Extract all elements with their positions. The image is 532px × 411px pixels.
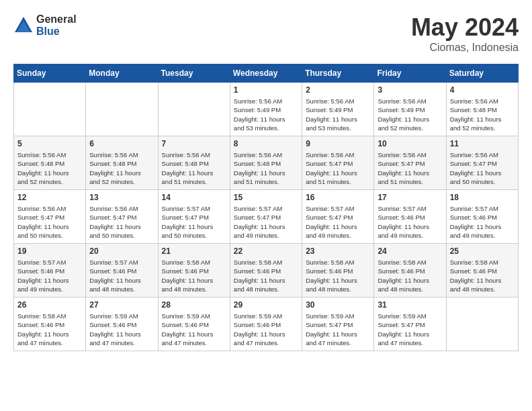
day-number: 12 [17,193,82,202]
page-header: General Blue May 2024 Ciomas, Indonesia [13,13,519,54]
day-number: 23 [306,246,370,256]
calendar-cell: 2Sunrise: 5:56 AM Sunset: 5:49 PM Daylig… [302,83,374,136]
calendar-cell: 8Sunrise: 5:56 AM Sunset: 5:48 PM Daylig… [230,136,302,190]
calendar-cell [446,298,518,351]
calendar-week-row: 19Sunrise: 5:57 AM Sunset: 5:46 PM Dayli… [14,244,519,298]
calendar-cell: 20Sunrise: 5:57 AM Sunset: 5:46 PM Dayli… [86,244,158,298]
weekday-header: Sunday [14,64,86,83]
day-number: 15 [234,193,298,202]
day-number: 21 [162,246,226,256]
location: Ciomas, Indonesia [411,42,519,54]
day-number: 26 [17,300,82,310]
day-info: Sunrise: 5:57 AM Sunset: 5:46 PM Dayligh… [450,204,515,240]
day-number: 9 [306,139,370,148]
calendar-cell [86,83,158,136]
day-number: 4 [450,85,515,95]
day-number: 5 [17,139,82,148]
logo: General Blue [13,13,77,37]
day-number: 13 [89,193,154,202]
calendar-table: SundayMondayTuesdayWednesdayThursdayFrid… [13,64,519,351]
calendar-cell: 16Sunrise: 5:57 AM Sunset: 5:47 PM Dayli… [302,190,374,244]
calendar-cell: 23Sunrise: 5:58 AM Sunset: 5:46 PM Dayli… [302,244,374,298]
day-number: 18 [450,193,515,202]
weekday-header: Thursday [302,64,374,83]
day-info: Sunrise: 5:58 AM Sunset: 5:46 PM Dayligh… [378,258,442,293]
calendar-cell: 1Sunrise: 5:56 AM Sunset: 5:49 PM Daylig… [230,83,302,136]
day-number: 11 [450,139,515,148]
day-info: Sunrise: 5:56 AM Sunset: 5:49 PM Dayligh… [378,97,442,132]
weekday-header: Saturday [446,64,518,83]
day-info: Sunrise: 5:56 AM Sunset: 5:49 PM Dayligh… [306,97,370,132]
day-number: 28 [162,300,226,310]
month-year: May 2024 [411,13,519,42]
calendar-week-row: 5Sunrise: 5:56 AM Sunset: 5:48 PM Daylig… [14,136,519,190]
title-block: May 2024 Ciomas, Indonesia [411,13,519,54]
calendar-cell: 15Sunrise: 5:57 AM Sunset: 5:47 PM Dayli… [230,190,302,244]
calendar-cell: 31Sunrise: 5:59 AM Sunset: 5:47 PM Dayli… [374,298,446,351]
calendar-cell: 21Sunrise: 5:58 AM Sunset: 5:46 PM Dayli… [158,244,230,298]
day-info: Sunrise: 5:57 AM Sunset: 5:46 PM Dayligh… [17,258,82,293]
day-info: Sunrise: 5:56 AM Sunset: 5:47 PM Dayligh… [378,150,442,186]
calendar-cell: 14Sunrise: 5:57 AM Sunset: 5:47 PM Dayli… [158,190,230,244]
calendar-cell: 13Sunrise: 5:56 AM Sunset: 5:47 PM Dayli… [86,190,158,244]
calendar-cell [14,83,86,136]
calendar-cell: 30Sunrise: 5:59 AM Sunset: 5:47 PM Dayli… [302,298,374,351]
day-number: 16 [306,193,370,202]
calendar-cell: 9Sunrise: 5:56 AM Sunset: 5:47 PM Daylig… [302,136,374,190]
day-number: 27 [89,300,154,310]
calendar-week-row: 12Sunrise: 5:56 AM Sunset: 5:47 PM Dayli… [14,190,519,244]
day-info: Sunrise: 5:57 AM Sunset: 5:47 PM Dayligh… [162,204,226,240]
day-info: Sunrise: 5:57 AM Sunset: 5:46 PM Dayligh… [89,258,154,293]
day-info: Sunrise: 5:56 AM Sunset: 5:47 PM Dayligh… [89,204,154,240]
logo-blue: Blue [36,26,77,38]
calendar-cell [158,83,230,136]
day-number: 19 [17,246,82,256]
day-number: 14 [162,193,226,202]
calendar-cell: 19Sunrise: 5:57 AM Sunset: 5:46 PM Dayli… [14,244,86,298]
calendar-week-row: 1Sunrise: 5:56 AM Sunset: 5:49 PM Daylig… [14,83,519,136]
day-info: Sunrise: 5:56 AM Sunset: 5:48 PM Dayligh… [89,150,154,186]
calendar-cell: 22Sunrise: 5:58 AM Sunset: 5:46 PM Dayli… [230,244,302,298]
weekday-header: Wednesday [230,64,302,83]
calendar-cell: 28Sunrise: 5:59 AM Sunset: 5:46 PM Dayli… [158,298,230,351]
day-number: 20 [89,246,154,256]
day-number: 6 [89,139,154,148]
day-info: Sunrise: 5:56 AM Sunset: 5:48 PM Dayligh… [450,97,515,132]
weekday-header: Monday [86,64,158,83]
day-info: Sunrise: 5:58 AM Sunset: 5:46 PM Dayligh… [162,258,226,293]
logo-text: General Blue [36,13,77,37]
day-info: Sunrise: 5:56 AM Sunset: 5:48 PM Dayligh… [17,150,82,186]
day-info: Sunrise: 5:56 AM Sunset: 5:47 PM Dayligh… [306,150,370,186]
day-number: 29 [234,300,298,310]
day-number: 24 [378,246,442,256]
calendar-week-row: 26Sunrise: 5:58 AM Sunset: 5:46 PM Dayli… [14,298,519,351]
day-info: Sunrise: 5:56 AM Sunset: 5:49 PM Dayligh… [234,97,298,132]
day-info: Sunrise: 5:58 AM Sunset: 5:46 PM Dayligh… [17,312,82,347]
day-number: 8 [234,139,298,148]
calendar-cell: 7Sunrise: 5:56 AM Sunset: 5:48 PM Daylig… [158,136,230,190]
calendar-cell: 17Sunrise: 5:57 AM Sunset: 5:46 PM Dayli… [374,190,446,244]
calendar-cell: 25Sunrise: 5:58 AM Sunset: 5:46 PM Dayli… [446,244,518,298]
day-number: 22 [234,246,298,256]
day-number: 3 [378,85,442,95]
day-info: Sunrise: 5:56 AM Sunset: 5:47 PM Dayligh… [17,204,82,240]
calendar-cell: 12Sunrise: 5:56 AM Sunset: 5:47 PM Dayli… [14,190,86,244]
day-number: 10 [378,139,442,148]
day-number: 1 [234,85,298,95]
weekday-header: Tuesday [158,64,230,83]
day-number: 30 [306,300,370,310]
calendar-cell: 5Sunrise: 5:56 AM Sunset: 5:48 PM Daylig… [14,136,86,190]
day-info: Sunrise: 5:56 AM Sunset: 5:48 PM Dayligh… [234,150,298,186]
calendar-cell: 11Sunrise: 5:56 AM Sunset: 5:47 PM Dayli… [446,136,518,190]
day-info: Sunrise: 5:58 AM Sunset: 5:46 PM Dayligh… [450,258,515,293]
day-info: Sunrise: 5:58 AM Sunset: 5:46 PM Dayligh… [234,258,298,293]
calendar-cell: 27Sunrise: 5:59 AM Sunset: 5:46 PM Dayli… [86,298,158,351]
calendar-cell: 18Sunrise: 5:57 AM Sunset: 5:46 PM Dayli… [446,190,518,244]
day-info: Sunrise: 5:57 AM Sunset: 5:47 PM Dayligh… [234,204,298,240]
day-info: Sunrise: 5:59 AM Sunset: 5:46 PM Dayligh… [162,312,226,347]
calendar-cell: 4Sunrise: 5:56 AM Sunset: 5:48 PM Daylig… [446,83,518,136]
calendar-cell: 24Sunrise: 5:58 AM Sunset: 5:46 PM Dayli… [374,244,446,298]
day-info: Sunrise: 5:56 AM Sunset: 5:48 PM Dayligh… [162,150,226,186]
day-info: Sunrise: 5:57 AM Sunset: 5:46 PM Dayligh… [378,204,442,240]
logo-general: General [36,13,77,26]
